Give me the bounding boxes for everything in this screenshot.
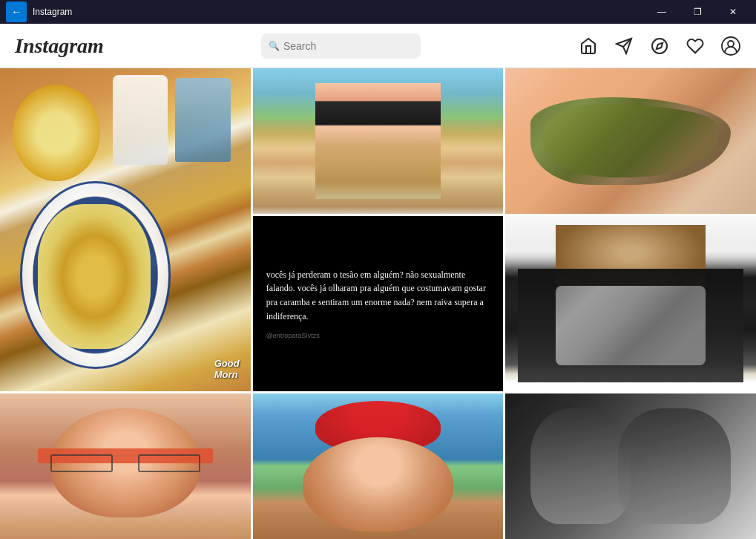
quote-text: vocês já perderam o tesão em alguém? não… bbox=[266, 268, 490, 323]
top-navigation: Instagram 🔍 bbox=[0, 24, 756, 68]
search-bar[interactable]: 🔍 bbox=[261, 33, 421, 59]
direct-nav-button[interactable] bbox=[614, 36, 634, 56]
maximize-button[interactable]: ❐ bbox=[680, 0, 714, 24]
search-input[interactable] bbox=[261, 33, 421, 59]
grid-item-footballer[interactable] bbox=[505, 216, 756, 391]
grid-item-quote[interactable]: vocês já perderam o tesão em alguém? não… bbox=[253, 216, 504, 391]
grid-item-woman-glasses[interactable] bbox=[0, 393, 251, 539]
svg-point-2 bbox=[652, 39, 667, 53]
nav-icons bbox=[578, 36, 741, 56]
explore-nav-button[interactable] bbox=[649, 36, 670, 56]
likes-nav-button[interactable] bbox=[685, 36, 706, 56]
svg-marker-3 bbox=[657, 42, 663, 48]
photo-grid: GoodMorn vocês já perderam o tesão em al… bbox=[0, 68, 756, 539]
grid-item-couple[interactable] bbox=[505, 393, 756, 539]
minimize-button[interactable]: — bbox=[645, 0, 679, 24]
quote-caption: @entroparaSIvtzs bbox=[266, 332, 490, 339]
window-title: Instagram bbox=[33, 7, 645, 17]
search-icon: 🔍 bbox=[269, 41, 280, 51]
svg-point-5 bbox=[728, 41, 734, 47]
profile-nav-button[interactable] bbox=[720, 36, 741, 56]
grid-item-breakfast[interactable]: GoodMorn bbox=[0, 68, 251, 391]
home-nav-button[interactable] bbox=[578, 36, 599, 56]
close-button[interactable]: ✕ bbox=[716, 0, 750, 24]
back-button[interactable]: ← bbox=[6, 1, 27, 22]
good-morning-text: GoodMorn bbox=[214, 358, 240, 380]
back-icon: ← bbox=[11, 6, 22, 18]
window-controls: — ❐ ✕ bbox=[645, 0, 750, 24]
grid-item-bikini[interactable] bbox=[253, 68, 504, 214]
grid-item-lizard[interactable] bbox=[505, 68, 756, 214]
instagram-logo: Instagram bbox=[15, 34, 104, 58]
grid-item-pink-cap[interactable] bbox=[253, 393, 504, 539]
titlebar: ← Instagram — ❐ ✕ bbox=[0, 0, 756, 24]
